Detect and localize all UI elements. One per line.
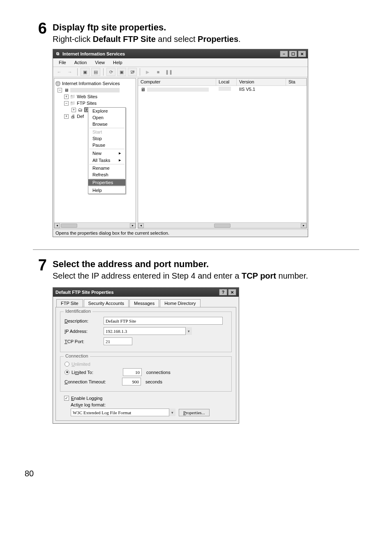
iis-app-icon: ⧉ (55, 51, 60, 57)
tab-messages[interactable]: Messages (129, 299, 159, 307)
ftp-properties-dialog: Default FTP Site Properties ? ✕ FTP Site… (53, 287, 239, 424)
refresh-button[interactable]: ⟳ (106, 68, 115, 76)
description-input[interactable] (104, 317, 223, 325)
dropdown-icon[interactable]: ▾ (169, 408, 175, 416)
unlimited-radio (65, 362, 69, 367)
tree-ftpsites[interactable]: FTP Sites (77, 101, 97, 106)
dropdown-icon[interactable]: ▾ (185, 327, 192, 335)
export-button[interactable]: ▣ (117, 68, 126, 76)
menu-help[interactable]: Help (110, 59, 126, 66)
scroll-thumb[interactable] (214, 224, 231, 228)
up-button[interactable]: ▣ (81, 68, 90, 76)
tree-expander-ftpsites[interactable]: − (64, 101, 69, 106)
tree-expander-websites[interactable]: + (64, 95, 69, 99)
tree-expander-def[interactable]: + (64, 114, 69, 119)
ctx-pause[interactable]: Pause (88, 142, 125, 148)
ctx-start: Start (88, 129, 125, 135)
enable-logging-row[interactable]: ✓ Enable Logging (64, 396, 232, 401)
col-local[interactable]: Local (216, 78, 237, 85)
tcp-port-input[interactable] (104, 337, 132, 345)
unlimited-radio-row[interactable]: Unlimited (65, 362, 227, 367)
tab-ftp-site[interactable]: FTP Site (56, 299, 83, 307)
description-label: Description: (65, 318, 104, 323)
menu-view[interactable]: View (92, 59, 108, 66)
menu-file[interactable]: File (55, 59, 69, 66)
limited-to-label: Limited To: (71, 370, 121, 375)
timeout-input[interactable] (122, 378, 141, 385)
ftp-site-icon: 🗂 (77, 107, 83, 112)
stop-button[interactable]: ■ (154, 68, 163, 76)
tree-websites[interactable]: Web Sites (77, 94, 97, 99)
step-divider (33, 249, 359, 250)
ctx-rename[interactable]: Rename (88, 165, 125, 171)
col-state[interactable]: Sta (286, 78, 307, 85)
scroll-left-icon[interactable]: ◂ (138, 223, 144, 228)
scroll-right-icon[interactable]: ▸ (130, 223, 136, 228)
row-computer-name (147, 88, 209, 92)
forward-button[interactable]: → (65, 68, 74, 76)
log-properties-button[interactable]: Properties... (179, 409, 210, 416)
ctx-new[interactable]: New▸ (88, 150, 125, 157)
ctx-properties[interactable]: Properties (88, 179, 125, 186)
close-button[interactable]: ✕ (298, 51, 306, 57)
step-7-text: Select the IP address entered in Step 4 … (53, 271, 242, 280)
col-computer[interactable]: Computer (138, 78, 216, 85)
tcp-port-label: TCP Port: (65, 339, 104, 344)
ip-address-input[interactable] (104, 327, 192, 335)
column-headers[interactable]: Computer Local Version Sta (138, 78, 307, 86)
tab-home-directory[interactable]: Home Directory (160, 299, 200, 307)
tree-def[interactable]: Def (77, 114, 84, 119)
step-7-number: 7 (33, 257, 47, 282)
ctx-stop[interactable]: Stop (88, 135, 125, 142)
close-button[interactable]: ✕ (228, 289, 236, 295)
ctx-refresh[interactable]: Refresh (88, 171, 125, 178)
scroll-right-icon[interactable]: ▸ (301, 223, 307, 228)
col-version[interactable]: Version (237, 78, 286, 85)
step-6-title: Display ftp site properties. (53, 22, 359, 33)
iis-toolbar: ← → ▣ ▤ ⟳ ▣ 🖳 ▶ ■ ❚❚ (53, 67, 308, 77)
back-button[interactable]: ← (55, 68, 64, 76)
show-hide-button[interactable]: ▤ (91, 68, 100, 76)
scroll-thumb[interactable] (61, 224, 77, 228)
dialog-titlebar[interactable]: Default FTP Site Properties ? ✕ (53, 288, 239, 297)
computer-icon: 🖥 (63, 88, 69, 92)
ctx-explore[interactable]: Explore (88, 108, 125, 114)
tree-pane[interactable]: 🌐 Internet Information Services − 🖥 + 📁 … (54, 78, 136, 228)
table-row[interactable]: 🖥 IIS V5.1 (138, 86, 307, 93)
scroll-left-icon[interactable]: ◂ (54, 223, 60, 228)
context-menu: Explore Open Browse Start Stop Pause New… (88, 107, 126, 194)
row-local (219, 87, 231, 91)
detail-scrollbar[interactable]: ◂ ▸ (138, 222, 307, 228)
limited-radio-row[interactable]: Limited To: connections (65, 368, 227, 376)
log-format-select[interactable] (71, 408, 175, 416)
ctx-browse[interactable]: Browse (88, 121, 125, 127)
tree-expander-defaultftp[interactable]: + (71, 108, 76, 112)
row-version: IIS V5.1 (237, 87, 286, 92)
tree-root[interactable]: Internet Information Services (62, 81, 120, 86)
ctx-help[interactable]: Help (88, 187, 125, 194)
iis-titlebar[interactable]: ⧉ Internet Information Services – ☐ ✕ (53, 49, 308, 58)
page-number: 80 (25, 469, 359, 478)
properties-button[interactable]: 🖳 (128, 68, 137, 76)
step-6-text2: and select (156, 35, 198, 44)
detail-pane[interactable]: Computer Local Version Sta 🖥 IIS V5.1 ◂ (138, 78, 307, 228)
tree-host[interactable] (70, 88, 120, 92)
menu-action[interactable]: Action (71, 59, 90, 66)
tab-security-accounts[interactable]: Security Accounts (84, 299, 129, 307)
limited-radio[interactable] (65, 370, 69, 375)
help-button[interactable]: ? (219, 289, 227, 295)
minimize-button[interactable]: – (280, 51, 288, 57)
ctx-all-tasks[interactable]: All Tasks▸ (88, 157, 125, 164)
ctx-open[interactable]: Open (88, 114, 125, 121)
active-log-format-label: Active log format: (71, 402, 232, 407)
statusbar: Opens the properties dialog box for the … (53, 229, 308, 237)
enable-logging-checkbox[interactable]: ✓ (64, 396, 69, 401)
folder-icon: 📁 (70, 94, 76, 99)
tree-scrollbar[interactable]: ◂ ▸ (54, 222, 136, 228)
pause-button[interactable]: ❚❚ (164, 68, 173, 76)
limited-to-input[interactable] (123, 368, 142, 376)
play-button[interactable]: ▶ (143, 68, 152, 76)
tree-expander-host[interactable]: − (58, 88, 62, 92)
maximize-button[interactable]: ☐ (289, 51, 297, 57)
dialog-tabs: FTP Site Security Accounts Messages Home… (53, 297, 239, 307)
